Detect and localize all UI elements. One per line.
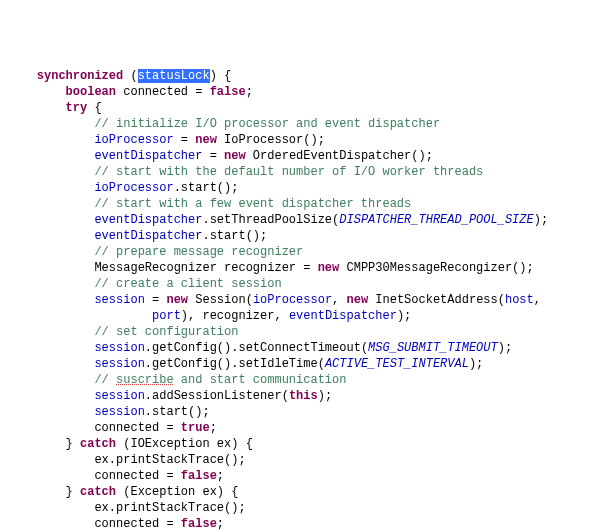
text: ex.printStackTrace(); [94, 501, 245, 515]
text: ); [397, 309, 411, 323]
code-block: synchronized (statusLock) { boolean conn… [8, 68, 592, 532]
line: MessageRecognizer recognizer = new CMPP3… [8, 261, 534, 275]
constant: MSG_SUBMIT_TIMEOUT [368, 341, 498, 355]
comment: // start with the default number of I/O … [94, 165, 483, 179]
keyword-catch: catch [80, 485, 116, 499]
comment: // [94, 373, 116, 387]
comment: // set configuration [94, 325, 238, 339]
field-eventDispatcher: eventDispatcher [94, 213, 202, 227]
text: (Exception ex) { [116, 485, 238, 499]
field-host: host [505, 293, 534, 307]
text: ); [469, 357, 483, 371]
line: ioProcessor = new IoProcessor(); [8, 133, 325, 147]
line: session.addSessionListener(this); [8, 389, 332, 403]
keyword-true: true [181, 421, 210, 435]
comment-misspelled: suscribe [116, 373, 174, 387]
line: session.getConfig().setIdleTime(ACTIVE_T… [8, 357, 483, 371]
line: ex.printStackTrace(); [8, 453, 246, 467]
text: .addSessionListener( [145, 389, 289, 403]
text: OrderedEventDispatcher(); [246, 149, 433, 163]
line: port), recognizer, eventDispatcher); [8, 309, 411, 323]
field-eventDispatcher: eventDispatcher [289, 309, 397, 323]
text: connected = [94, 517, 180, 531]
comment: // create a client session [94, 277, 281, 291]
text: ex.printStackTrace(); [94, 453, 245, 467]
line: synchronized (statusLock) { [8, 69, 231, 83]
line: // start with the default number of I/O … [8, 165, 483, 179]
text: MessageRecognizer recognizer = [94, 261, 317, 275]
keyword-try: try [66, 101, 88, 115]
text: , [534, 293, 541, 307]
field-eventDispatcher: eventDispatcher [94, 229, 202, 243]
line: } catch (IOException ex) { [8, 437, 253, 451]
text: .getConfig().setIdleTime( [145, 357, 325, 371]
text: Session( [188, 293, 253, 307]
line: try { [8, 101, 102, 115]
keyword-false: false [210, 85, 246, 99]
text: (IOException ex) { [116, 437, 253, 451]
comment: // initialize I/O processor and event di… [94, 117, 440, 131]
keyword-synchronized: synchronized [37, 69, 123, 83]
keyword-boolean: boolean [66, 85, 116, 99]
line: // prepare message recognizer [8, 245, 303, 259]
keyword-catch: catch [80, 437, 116, 451]
text: ), recognizer, [181, 309, 289, 323]
line: // initialize I/O processor and event di… [8, 117, 440, 131]
line: // start with a few event dispatcher thr… [8, 197, 411, 211]
keyword-new: new [195, 133, 217, 147]
field-ioProcessor: ioProcessor [94, 133, 173, 147]
line: // create a client session [8, 277, 282, 291]
line: boolean connected = false; [8, 85, 253, 99]
keyword-new: new [224, 149, 246, 163]
text: , [332, 293, 346, 307]
keyword-new: new [318, 261, 340, 275]
line: eventDispatcher = new OrderedEventDispat… [8, 149, 433, 163]
text: ); [534, 213, 548, 227]
keyword-new: new [166, 293, 188, 307]
field-session: session [94, 341, 144, 355]
keyword-false: false [181, 517, 217, 531]
comment: // prepare message recognizer [94, 245, 303, 259]
text: connected = [94, 469, 180, 483]
line: session.start(); [8, 405, 210, 419]
text: .start(); [174, 181, 239, 195]
constant: DISPATCHER_THREAD_POOL_SIZE [339, 213, 533, 227]
text: IoProcessor(); [217, 133, 325, 147]
text: connected = [94, 421, 180, 435]
line: ex.printStackTrace(); [8, 501, 246, 515]
field-ioProcessor: ioProcessor [253, 293, 332, 307]
line: connected = false; [8, 517, 224, 531]
line: eventDispatcher.start(); [8, 229, 267, 243]
line: } catch (Exception ex) { [8, 485, 238, 499]
field-session: session [94, 389, 144, 403]
text: InetSocketAddress( [368, 293, 505, 307]
field-session: session [94, 357, 144, 371]
field-ioProcessor: ioProcessor [94, 181, 173, 195]
selected-identifier[interactable]: statusLock [138, 69, 210, 83]
line: connected = false; [8, 469, 224, 483]
field-eventDispatcher: eventDispatcher [94, 149, 202, 163]
text: .setThreadPoolSize( [202, 213, 339, 227]
text: connected = [116, 85, 210, 99]
field-port: port [152, 309, 181, 323]
line: session = new Session(ioProcessor, new I… [8, 293, 541, 307]
text: .start(); [202, 229, 267, 243]
line: eventDispatcher.setThreadPoolSize(DISPAT… [8, 213, 548, 227]
constant: ACTIVE_TEST_INTERVAL [325, 357, 469, 371]
keyword-new: new [347, 293, 369, 307]
keyword-false: false [181, 469, 217, 483]
text: CMPP30MessageRecongizer(); [339, 261, 533, 275]
line: session.getConfig().setConnectTimeout(MS… [8, 341, 512, 355]
text: ); [318, 389, 332, 403]
keyword-this: this [289, 389, 318, 403]
field-session: session [94, 293, 144, 307]
text: .getConfig().setConnectTimeout( [145, 341, 368, 355]
comment: // start with a few event dispatcher thr… [94, 197, 411, 211]
text: ); [498, 341, 512, 355]
line: // suscribe and start communication [8, 373, 346, 387]
line: // set configuration [8, 325, 238, 339]
line: ioProcessor.start(); [8, 181, 238, 195]
comment: and start communication [174, 373, 347, 387]
field-session: session [94, 405, 144, 419]
line: connected = true; [8, 421, 217, 435]
